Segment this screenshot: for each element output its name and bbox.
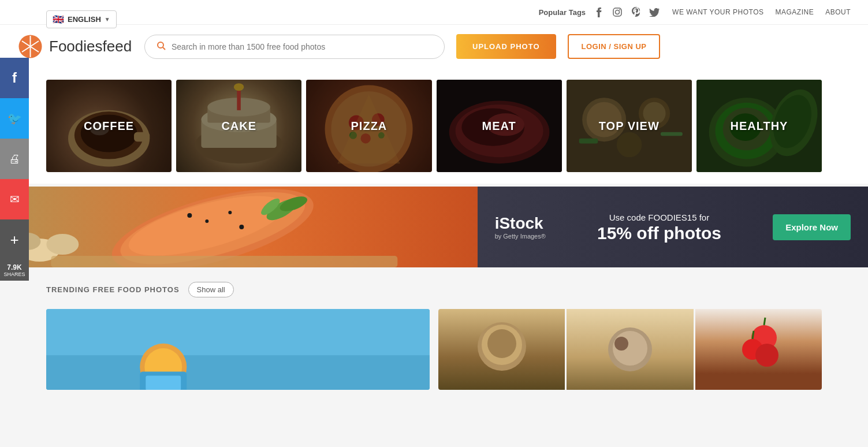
shares-counter: 7.9K SHARES bbox=[0, 260, 29, 281]
svg-point-2 bbox=[619, 9, 620, 10]
logo[interactable]: Foodiesfeed bbox=[17, 33, 133, 59]
flag-icon: 🇬🇧 bbox=[53, 14, 64, 25]
promo-line1: Use code FOODIES15 for bbox=[597, 211, 721, 224]
trending-section: TRENDING FREE FOOD PHOTOS Show all bbox=[0, 267, 868, 404]
istock-brand-area: iStock by Getty Images® bbox=[495, 214, 546, 240]
category-meat-overlay: MEAT bbox=[437, 80, 562, 172]
search-icon bbox=[157, 41, 166, 53]
category-healthy[interactable]: HEALTHY bbox=[696, 80, 822, 172]
svg-point-62 bbox=[205, 219, 208, 223]
search-input[interactable] bbox=[172, 42, 433, 51]
category-topview-label: TOP VIEW bbox=[599, 120, 660, 133]
svg-rect-0 bbox=[613, 8, 621, 16]
svg-line-81 bbox=[752, 331, 754, 339]
pinterest-link[interactable] bbox=[629, 6, 642, 18]
category-meat-label: MEAT bbox=[482, 120, 516, 133]
print-button[interactable]: 🖨 bbox=[0, 139, 29, 179]
category-cake[interactable]: CAKE bbox=[176, 80, 301, 172]
shares-label: SHARES bbox=[2, 271, 27, 277]
language-selector[interactable]: 🇬🇧 ENGLISH ▼ bbox=[46, 10, 117, 28]
logo-text: Foodiesfeed bbox=[49, 38, 132, 55]
category-meat[interactable]: MEAT bbox=[437, 80, 562, 172]
category-healthy-overlay: HEALTHY bbox=[696, 80, 822, 172]
facebook-icon: f bbox=[12, 70, 17, 86]
promo-line2: 15% off photos bbox=[597, 224, 721, 243]
category-cake-label: CAKE bbox=[221, 120, 256, 133]
language-label: ENGLISH bbox=[68, 15, 101, 24]
upload-photo-button[interactable]: UPLOAD PHOTO bbox=[456, 34, 556, 59]
social-sidebar: f 🐦 🖨 ✉ + 7.9K SHARES bbox=[0, 58, 29, 281]
show-all-button[interactable]: Show all bbox=[188, 282, 234, 297]
popular-tags-label: Popular Tags bbox=[539, 8, 586, 17]
svg-line-11 bbox=[163, 47, 165, 50]
twitter-share-button[interactable]: 🐦 bbox=[0, 98, 29, 139]
category-coffee[interactable]: COFFEE bbox=[46, 80, 172, 172]
about-link[interactable]: ABOUT bbox=[825, 8, 851, 16]
photo-grid bbox=[46, 309, 822, 390]
categories-grid: COFFEE CAKE bbox=[0, 68, 868, 184]
banner-promo: iStock by Getty Images® Use code FOODIES… bbox=[478, 187, 868, 267]
facebook-link[interactable] bbox=[593, 6, 605, 18]
we-want-photos-link[interactable]: WE WANT YOUR PHOTOS bbox=[672, 8, 763, 16]
login-signup-button[interactable]: LOGIN / SIGN UP bbox=[568, 34, 661, 59]
facebook-share-button[interactable]: f bbox=[0, 58, 29, 98]
svg-rect-64 bbox=[51, 256, 397, 267]
svg-point-1 bbox=[616, 10, 620, 14]
banner-promo-text: Use code FOODIES15 for 15% off photos bbox=[597, 211, 721, 243]
email-button[interactable]: ✉ bbox=[0, 179, 29, 219]
explore-now-button[interactable]: Explore Now bbox=[773, 214, 851, 240]
category-cake-overlay: CAKE bbox=[176, 80, 301, 172]
istock-brand-name: iStock bbox=[495, 214, 546, 233]
svg-rect-66 bbox=[46, 355, 430, 390]
email-icon: ✉ bbox=[10, 192, 20, 206]
more-share-button[interactable]: + bbox=[0, 219, 29, 260]
trending-title: TRENDING FREE FOOD PHOTOS bbox=[46, 285, 180, 294]
print-icon: 🖨 bbox=[9, 152, 20, 166]
category-pizza-overlay: PIZZA bbox=[306, 80, 431, 172]
magazine-link[interactable]: MAGAZINE bbox=[775, 8, 814, 16]
header: Foodiesfeed UPLOAD PHOTO LOGIN / SIGN UP bbox=[0, 25, 868, 68]
banner-image bbox=[0, 187, 478, 267]
plus-icon: + bbox=[10, 231, 18, 249]
social-icons-bar bbox=[593, 6, 661, 18]
svg-point-63 bbox=[239, 225, 244, 229]
category-healthy-label: HEALTHY bbox=[730, 120, 788, 133]
category-topview[interactable]: TOP VIEW bbox=[567, 80, 692, 172]
istock-banner: iStock by Getty Images® Use code FOODIES… bbox=[0, 187, 868, 267]
svg-point-52 bbox=[46, 234, 79, 255]
search-bar bbox=[144, 35, 445, 59]
photo-card-1[interactable] bbox=[46, 309, 430, 390]
svg-line-80 bbox=[764, 318, 765, 325]
twitter-icon: 🐦 bbox=[8, 111, 22, 125]
shares-count: 7.9K bbox=[2, 263, 27, 271]
category-topview-overlay: TOP VIEW bbox=[567, 80, 692, 172]
svg-rect-70 bbox=[146, 376, 181, 390]
top-bar: 🇬🇧 ENGLISH ▼ Popular Tags WE WANT YOUR P… bbox=[0, 0, 868, 25]
twitter-link[interactable] bbox=[648, 6, 661, 18]
trending-header: TRENDING FREE FOOD PHOTOS Show all bbox=[46, 282, 822, 297]
svg-point-61 bbox=[228, 211, 232, 214]
category-coffee-overlay: COFFEE bbox=[46, 80, 172, 172]
svg-point-73 bbox=[487, 329, 516, 358]
svg-point-76 bbox=[614, 337, 628, 351]
svg-point-60 bbox=[187, 213, 192, 218]
svg-point-79 bbox=[755, 344, 778, 367]
svg-point-10 bbox=[158, 42, 163, 48]
instagram-link[interactable] bbox=[611, 6, 624, 18]
photo-card-2[interactable] bbox=[438, 309, 822, 390]
category-pizza-label: PIZZA bbox=[351, 120, 388, 133]
category-pizza[interactable]: PIZZA bbox=[306, 80, 431, 172]
category-coffee-label: COFFEE bbox=[84, 120, 134, 133]
logo-icon bbox=[17, 33, 43, 59]
istock-brand-sub: by Getty Images® bbox=[495, 233, 546, 240]
top-nav-links: WE WANT YOUR PHOTOS MAGAZINE ABOUT bbox=[672, 8, 851, 16]
chevron-down-icon: ▼ bbox=[105, 16, 110, 23]
